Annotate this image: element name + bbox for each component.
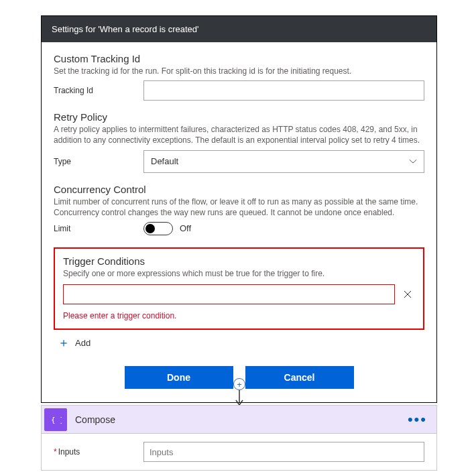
add-step-button[interactable]: + [233, 378, 245, 390]
tracking-label: Tracking Id [54, 86, 143, 95]
cancel-button[interactable]: Cancel [245, 366, 354, 389]
close-icon [403, 290, 412, 299]
concurrency-state: Off [180, 223, 191, 233]
add-condition-button[interactable]: ＋ Add [58, 337, 424, 349]
trigger-conditions-section: Trigger Conditions Specify one or more e… [54, 247, 424, 330]
trigger-expression-input[interactable] [63, 284, 395, 304]
retry-type-label: Type [54, 157, 143, 166]
concurrency-limit-label: Limit [54, 224, 143, 233]
retry-type-select[interactable]: Default [143, 150, 424, 173]
add-label: Add [75, 338, 91, 348]
trigger-title: Trigger Conditions [63, 255, 415, 267]
compose-inputs-field[interactable] [143, 442, 424, 462]
plus-icon: ＋ [58, 337, 70, 349]
retry-type-selected: Default [151, 156, 178, 166]
compose-icon: { } [44, 408, 67, 431]
compose-body: *Inputs [42, 434, 436, 470]
tracking-id-input[interactable] [143, 80, 424, 101]
settings-panel: Settings for 'When a record is created' … [41, 15, 437, 403]
tracking-desc: Set the tracking id for the run. For spl… [54, 66, 424, 76]
compose-menu-button[interactable]: ••• [398, 416, 436, 423]
trigger-error: Please enter a trigger condition. [63, 311, 415, 320]
compose-header[interactable]: { } Compose ••• [42, 406, 436, 434]
retry-title: Retry Policy [54, 111, 424, 123]
concurrency-desc: Limit number of concurrent runs of the f… [54, 196, 424, 218]
compose-card: { } Compose ••• *Inputs [41, 405, 437, 471]
settings-body: Custom Tracking Id Set the tracking id f… [42, 42, 436, 402]
settings-header: Settings for 'When a record is created' [42, 16, 436, 42]
concurrency-title: Concurrency Control [54, 184, 424, 195]
toggle-knob [145, 224, 155, 233]
done-button[interactable]: Done [125, 366, 233, 389]
arrow-down-icon [235, 390, 244, 406]
remove-expression-button[interactable] [400, 287, 415, 302]
tracking-title: Custom Tracking Id [54, 53, 424, 64]
compose-inputs-label: *Inputs [54, 447, 143, 457]
chevron-down-icon [409, 159, 417, 164]
svg-text:{ }: { } [51, 416, 62, 424]
trigger-desc: Specify one or more expressions which mu… [63, 268, 415, 279]
retry-desc: A retry policy applies to intermittent f… [54, 124, 424, 145]
concurrency-toggle[interactable] [143, 222, 173, 235]
flow-connector: + [233, 378, 245, 406]
compose-title: Compose [75, 414, 398, 425]
